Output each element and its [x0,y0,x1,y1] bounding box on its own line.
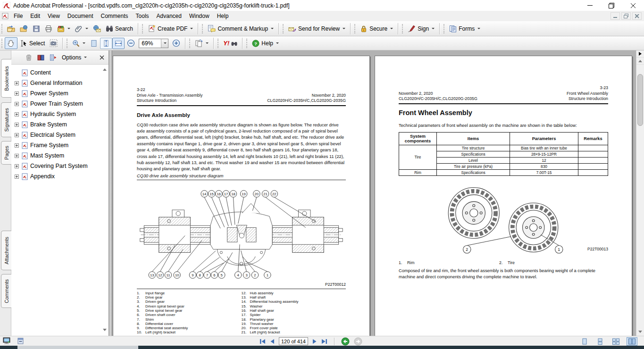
page-display-button[interactable] [192,37,211,49]
toolbar-grip[interactable] [402,24,403,33]
bookmark-item[interactable]: Electrical System [14,130,100,140]
expand-current-bookmark-button[interactable] [50,54,57,61]
bookmark-item[interactable]: Brake System [14,119,100,130]
pane-toggle-icon[interactable] [636,50,644,58]
bookmark-item[interactable]: Content [14,67,100,78]
search-button[interactable]: Search [103,23,135,34]
reading-mode-icon[interactable] [3,337,11,345]
bookmarks-options-button[interactable]: Options [62,54,87,61]
menu-document[interactable]: Document [64,11,97,21]
delete-bookmark-button[interactable] [25,54,32,61]
layout-facing-button[interactable] [627,337,637,346]
menu-tools[interactable]: Tools [132,11,153,21]
tab-attachments[interactable]: Attachments [1,231,11,270]
layout-continuous-button[interactable] [595,337,605,346]
panel-splitter[interactable] [109,50,112,336]
bookmark-label[interactable]: Brake System [30,121,67,128]
scroll-up-icon[interactable] [103,68,107,71]
pdf-page-left[interactable]: 3-22 Drive Axle - Transmission AssemblyN… [113,56,370,336]
bookmarks-scrollbar[interactable] [101,66,108,334]
pdf-page-right[interactable]: 3-23 November 2, 2020Front Wheel Assembl… [375,56,632,336]
pdf-doc-icon[interactable] [2,13,8,19]
bookmark-label[interactable]: Appendix [30,173,55,180]
toolbar-grip[interactable] [142,24,143,33]
menu-view[interactable]: View [44,11,64,21]
expand-plus-icon[interactable] [14,81,19,85]
forms-button[interactable]: Forms [447,23,483,34]
bookmark-item[interactable]: General Information [14,78,100,88]
scroll-up-icon[interactable] [636,58,644,65]
bookmark-item[interactable]: Hydraulic System [14,109,100,119]
restore-button[interactable] [601,0,622,11]
toolbar-grip[interactable] [202,24,203,33]
yahoo-search-button[interactable]: Y! [221,38,240,49]
layout-continuous-facing-button[interactable] [611,337,621,346]
bookmark-label[interactable]: Mast System [30,152,64,159]
tab-comments[interactable]: Comments [1,274,11,308]
menu-comments[interactable]: Comments [97,11,132,21]
toolbar-grip[interactable] [443,24,445,33]
scroll-down-icon[interactable] [103,329,107,331]
zoom-level-combo[interactable]: 69% [139,39,168,48]
tab-pages[interactable]: Pages [1,141,11,165]
bookmark-item[interactable]: Frame System [14,140,100,150]
bookmark-item[interactable]: Power Train System [14,99,100,109]
vertical-scrollbar[interactable] [636,50,644,336]
zoom-level-value[interactable]: 69% [139,40,161,47]
expand-plus-icon[interactable] [14,174,19,179]
bookmark-item[interactable]: Appendix [14,171,100,182]
new-bookmark-button[interactable] [37,54,44,61]
expand-plus-icon[interactable] [14,164,19,168]
zoom-out-button[interactable] [125,37,137,49]
toolbar-grip[interactable] [283,24,284,33]
bookmark-item[interactable]: Covering Part System [14,161,100,171]
previous-page-button[interactable] [270,339,275,344]
hand-tool-button[interactable] [5,37,17,49]
expand-plus-icon[interactable] [14,154,19,158]
send-review-button[interactable]: Send for Review [286,23,348,34]
attach-button[interactable] [73,23,91,34]
bookmark-label[interactable]: Covering Part System [30,163,88,169]
expand-plus-icon[interactable] [14,91,19,96]
snapshot-button[interactable] [47,37,60,49]
menu-edit[interactable]: Edit [26,11,44,21]
expand-plus-icon[interactable] [14,102,19,106]
page-number-field[interactable]: 120 of 414 [279,337,308,345]
last-page-button[interactable] [321,339,327,344]
expand-plus-icon[interactable] [14,133,19,137]
bookmark-label[interactable]: Electrical System [30,132,75,138]
expand-plus-icon[interactable] [14,112,19,116]
doc-minimize-button[interactable] [611,12,620,20]
save-button[interactable] [30,23,42,34]
bookmark-label[interactable]: Power System [30,90,68,97]
expand-plus-icon[interactable] [14,143,19,148]
email-button[interactable] [91,23,103,34]
next-page-button[interactable] [312,339,317,344]
first-page-button[interactable] [259,339,266,344]
doc-restore-button[interactable] [621,12,631,20]
scrollbar-thumb[interactable] [637,74,643,126]
panel-close-button[interactable] [100,55,104,60]
toolbar-grip[interactable] [1,24,3,33]
bookmark-label[interactable]: Content [30,69,51,76]
fit-page-button[interactable] [88,38,100,49]
toolbar-grip[interactable] [354,24,356,33]
menu-advanced[interactable]: Advanced [153,11,185,21]
open-web-button[interactable] [17,23,30,34]
create-pdf-button[interactable]: Create PDF [145,23,195,34]
open-button[interactable] [5,23,17,34]
doc-close-button[interactable] [632,12,642,20]
select-tool-button[interactable]: Select [17,38,47,49]
toolbar-grip[interactable] [217,39,219,48]
bookmark-item[interactable]: Mast System [14,150,100,161]
next-view-button[interactable] [354,337,362,346]
fit-height-button[interactable] [100,38,112,49]
toolbar-grip[interactable] [67,39,68,48]
zoom-in-button[interactable] [170,37,183,49]
layout-single-page-button[interactable] [579,337,590,346]
toolbar-grip[interactable] [1,39,3,48]
zoom-tool-button[interactable] [70,38,88,49]
toolbar-grip[interactable] [189,39,191,48]
menu-file[interactable]: File [10,11,26,21]
sign-button[interactable]: Sign [405,23,437,34]
